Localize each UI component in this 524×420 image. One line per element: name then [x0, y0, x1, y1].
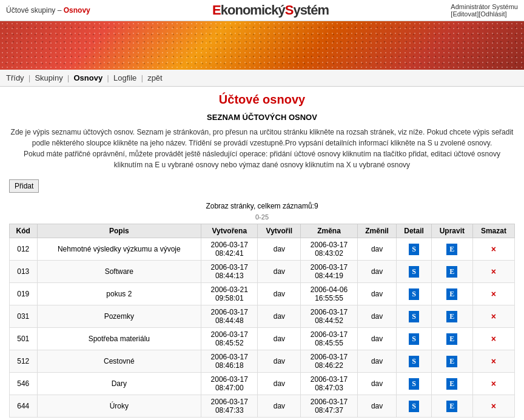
col-vytvorena[interactable]: Vytvořena — [201, 224, 258, 238]
detail-button[interactable]: S — [409, 401, 419, 412]
edit-link[interactable]: [Editovat] — [451, 10, 479, 18]
cell-zmenil: dav — [357, 261, 397, 283]
cell-kod: 644 — [10, 395, 38, 418]
cell-detail[interactable]: S — [397, 395, 431, 418]
cell-upravit[interactable]: E — [431, 328, 472, 350]
cell-kod: 013 — [10, 261, 38, 283]
col-detail: Detail — [397, 224, 431, 238]
cell-detail[interactable]: S — [397, 238, 431, 261]
nav-sep-3: | — [107, 74, 109, 82]
delete-button[interactable]: × — [488, 355, 499, 367]
cell-kod: 501 — [10, 328, 38, 350]
cell-zmenil: dav — [357, 328, 397, 350]
delete-button[interactable]: × — [488, 378, 499, 390]
detail-button[interactable]: S — [409, 311, 419, 322]
data-table: Kód Popis Vytvořena Vytvořil Změna Změni… — [9, 224, 515, 418]
nav-zpet[interactable]: zpět — [147, 73, 163, 82]
cell-zmena: 2006-04-0616:55:55 — [301, 283, 357, 305]
cell-smazat[interactable]: × — [472, 328, 514, 350]
delete-button[interactable]: × — [488, 265, 499, 278]
cell-detail[interactable]: S — [397, 350, 431, 373]
detail-button[interactable]: S — [409, 266, 419, 278]
cell-zmena: 2006-03-1708:44:19 — [301, 261, 357, 283]
delete-button[interactable]: × — [488, 333, 499, 345]
edit-button[interactable]: E — [446, 356, 457, 367]
cell-vytvorena: 2006-03-1708:42:41 — [201, 238, 258, 261]
table-row: 644 Úroky 2006-03-1708:47:33 dav 2006-03… — [10, 395, 515, 418]
cell-upravit[interactable]: E — [431, 261, 472, 283]
cell-detail[interactable]: S — [397, 373, 431, 395]
cell-smazat[interactable]: × — [472, 283, 514, 305]
cell-vytvoril: dav — [258, 395, 301, 418]
edit-button[interactable]: E — [446, 288, 457, 300]
cell-popis: Úroky — [37, 395, 201, 418]
cell-smazat[interactable]: × — [472, 305, 514, 328]
nav-tridy[interactable]: Třídy — [6, 73, 24, 82]
detail-button[interactable]: S — [409, 333, 419, 345]
edit-button[interactable]: E — [446, 401, 457, 412]
cell-smazat[interactable]: × — [472, 373, 514, 395]
cell-detail[interactable]: S — [397, 328, 431, 350]
cell-vytvoril: dav — [258, 238, 301, 261]
nav-logfile[interactable]: Logfile — [113, 73, 136, 82]
cell-kod: 012 — [10, 238, 38, 261]
table-row: 546 Dary 2006-03-1708:47:00 dav 2006-03-… — [10, 373, 515, 395]
col-vytvoril[interactable]: Vytvořil — [258, 224, 301, 238]
cell-zmena: 2006-03-1708:43:02 — [301, 238, 357, 261]
cell-smazat[interactable]: × — [472, 261, 514, 283]
col-smazat: Smazat — [472, 224, 514, 238]
cell-smazat[interactable]: × — [472, 395, 514, 418]
cell-upravit[interactable]: E — [431, 395, 472, 418]
detail-button[interactable]: S — [409, 356, 419, 367]
edit-button[interactable]: E — [446, 244, 457, 255]
cell-detail[interactable]: S — [397, 261, 431, 283]
cell-kod: 546 — [10, 373, 38, 395]
delete-button[interactable]: × — [488, 310, 499, 322]
cell-upravit[interactable]: E — [431, 238, 472, 261]
page-title: Účtové osnovy — [9, 93, 515, 107]
cell-upravit[interactable]: E — [431, 283, 472, 305]
edit-button[interactable]: E — [446, 311, 457, 322]
table-row: 013 Software 2006-03-1708:44:13 dav 2006… — [10, 261, 515, 283]
cell-detail[interactable]: S — [397, 305, 431, 328]
cell-vytvoril: dav — [258, 328, 301, 350]
col-zmenil[interactable]: Změnil — [357, 224, 397, 238]
navigation: Třídy | Skupiny | Osnovy | Logfile | zpě… — [0, 70, 524, 87]
col-popis[interactable]: Popis — [37, 224, 201, 238]
cell-detail[interactable]: S — [397, 283, 431, 305]
cell-zmenil: dav — [357, 283, 397, 305]
add-button[interactable]: Přidat — [9, 179, 39, 193]
nav-sep-2: | — [67, 74, 69, 82]
nav-skupiny[interactable]: Skupiny — [35, 73, 62, 82]
breadcrumb-active: Osnovy — [64, 6, 90, 15]
table-row: 501 Spotřeba materiálu 2006-03-1708:45:5… — [10, 328, 515, 350]
detail-button[interactable]: S — [409, 288, 419, 300]
edit-button[interactable]: E — [446, 333, 457, 345]
delete-button[interactable]: × — [488, 400, 499, 412]
col-zmena[interactable]: Změna — [301, 224, 357, 238]
cell-upravit[interactable]: E — [431, 350, 472, 373]
description: Zde je výpis seznamu účtových osnov. Sez… — [9, 127, 515, 170]
cell-vytvorena: 2006-03-1708:44:13 — [201, 261, 258, 283]
cell-upravit[interactable]: E — [431, 373, 472, 395]
section-title: SEZNAM ÚČTOVÝCH OSNOV — [9, 113, 515, 122]
col-kod[interactable]: Kód — [10, 224, 38, 238]
delete-button[interactable]: × — [488, 288, 499, 300]
detail-button[interactable]: S — [409, 244, 419, 255]
detail-button[interactable]: S — [409, 378, 419, 390]
cell-smazat[interactable]: × — [472, 350, 514, 373]
nav-sep-1: | — [29, 74, 30, 82]
table-info: Zobraz stránky, celkem záznamů:9 — [9, 202, 515, 210]
cell-popis: pokus 2 — [37, 283, 201, 305]
cell-upravit[interactable]: E — [431, 305, 472, 328]
cell-kod: 019 — [10, 283, 38, 305]
nav-osnovy[interactable]: Osnovy — [74, 73, 103, 82]
cell-smazat[interactable]: × — [472, 238, 514, 261]
delete-button[interactable]: × — [488, 243, 499, 255]
table-row: 512 Cestovné 2006-03-1708:46:18 dav 2006… — [10, 350, 515, 373]
logout-link[interactable]: [Odhlásit] — [479, 10, 506, 18]
admin-info: Administrátor Systému [Editovat][Odhlási… — [451, 3, 518, 18]
edit-button[interactable]: E — [446, 378, 457, 390]
edit-button[interactable]: E — [446, 266, 457, 278]
cell-vytvoril: dav — [258, 350, 301, 373]
